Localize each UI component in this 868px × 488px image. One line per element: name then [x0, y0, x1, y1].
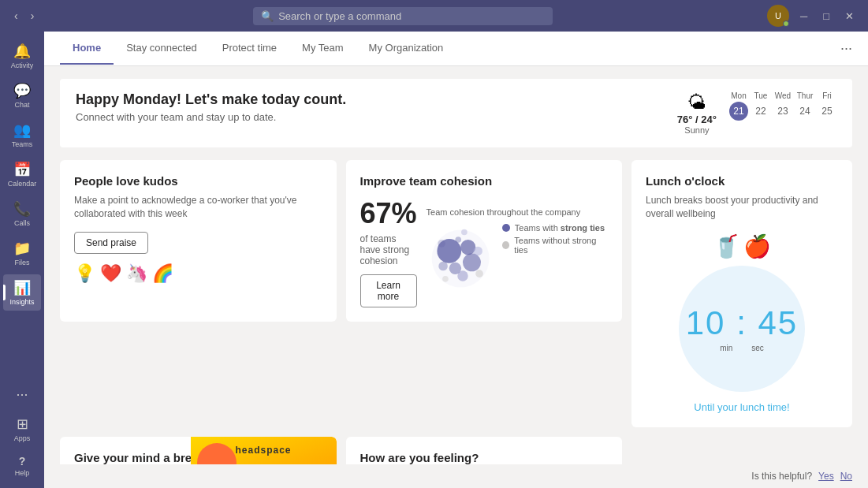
tab-stay-connected[interactable]: Stay connected — [114, 32, 210, 65]
cal-day-fri: Fri 25 — [818, 91, 836, 121]
helpful-text: Is this helpful? — [751, 471, 812, 482]
tab-my-team[interactable]: My Team — [289, 32, 356, 65]
sidebar-item-insights[interactable]: 📊 Insights — [3, 274, 41, 311]
helpful-yes-button[interactable]: Yes — [818, 471, 834, 482]
svg-point-7 — [473, 247, 482, 255]
feeling-title: How are you feeling? — [360, 451, 609, 464]
sidebar-label-apps: Apps — [14, 434, 31, 442]
helpful-footer: Is this helpful? Yes No — [44, 464, 868, 488]
titlebar: ‹ › 🔍 U ─ □ ✕ — [0, 0, 868, 32]
kudos-emoji-unicorn: 🦄 — [126, 263, 147, 284]
sidebar-item-chat[interactable]: 💬 Chat — [3, 77, 41, 114]
svg-point-3 — [463, 253, 481, 271]
sidebar-item-calendar[interactable]: 📅 Calendar — [3, 156, 41, 192]
header-section: Happy Monday! Let's make today count. Co… — [60, 79, 852, 147]
legend-item-weak: Teams without strong ties — [502, 236, 608, 255]
nav-back-button[interactable]: ‹ — [9, 8, 23, 24]
sidebar-label-files: Files — [14, 259, 29, 266]
lunch-icons: 🥤 🍎 — [713, 233, 771, 259]
content-area: Home Stay connected Protect time My Team… — [44, 32, 868, 488]
minimize-button[interactable]: ─ — [795, 9, 812, 24]
lunch-description: Lunch breaks boost your productivity and… — [646, 194, 838, 221]
tab-protect-time[interactable]: Protect time — [210, 32, 289, 65]
legend-dot-weak — [502, 241, 510, 249]
cal-day-num: 23 — [773, 102, 792, 121]
nav-forward-button[interactable]: › — [26, 8, 39, 24]
kudos-emoji-rainbow: 🌈 — [152, 263, 173, 284]
cal-day-num: 25 — [818, 102, 836, 121]
kudos-emojis: 💡 ❤️ 🦄 🌈 — [74, 263, 322, 284]
cohesion-desc: of teams have strong cohesion — [360, 233, 417, 266]
sidebar-item-apps[interactable]: ⊞ Apps — [3, 411, 41, 447]
svg-point-2 — [460, 240, 475, 255]
page-body: Happy Monday! Let's make today count. Co… — [44, 66, 868, 464]
cohesion-percent: 67% — [360, 197, 417, 230]
apps-icon: ⊞ — [17, 415, 28, 433]
lunch-title: Lunch o'clock — [646, 174, 838, 188]
cohesion-left: 67% of teams have strong cohesion Learn … — [360, 194, 417, 307]
svg-point-9 — [455, 237, 461, 243]
kudos-card: People love kudos Make a point to acknow… — [60, 160, 337, 322]
topnav-more-button[interactable]: ··· — [840, 40, 852, 57]
kudos-title: People love kudos — [74, 174, 322, 188]
main-layout: 🔔 Activity 💬 Chat 👥 Teams 📅 Calendar 📞 C… — [0, 32, 868, 488]
kudos-emoji-heart: ❤️ — [100, 263, 121, 284]
tab-home[interactable]: Home — [60, 32, 114, 65]
lunch-timer-area: 🥤 🍎 10 : 45 min sec Until your lunch tim… — [646, 233, 838, 413]
titlebar-right: U ─ □ ✕ — [767, 5, 859, 27]
svg-point-5 — [438, 262, 447, 270]
calendar-widget: Mon 21 Tue 22 Wed 23 Thur — [729, 91, 836, 121]
chat-icon: 💬 — [13, 82, 31, 99]
weather-info: 🌤 76° / 24° Sunny — [677, 91, 717, 135]
sidebar-item-more[interactable]: ··· — [3, 382, 41, 408]
drink-icon: 🥤 — [713, 233, 740, 259]
learn-more-button[interactable]: Learn more — [360, 274, 417, 307]
sidebar-label-activity: Activity — [11, 61, 34, 69]
sidebar-item-files[interactable]: 📁 Files — [3, 235, 41, 271]
timer-display: 10 : 45 — [686, 304, 798, 342]
kudos-description: Make a point to acknowledge a co-worker … — [74, 194, 322, 221]
topnav: Home Stay connected Protect time My Team… — [44, 32, 868, 66]
headspace-illustration: headspace 😌 — [191, 437, 337, 464]
avatar[interactable]: U — [767, 5, 789, 27]
send-praise-button[interactable]: Send praise — [74, 232, 148, 254]
cal-day-name: Wed — [775, 91, 791, 100]
timer-circle: 10 : 45 min sec — [679, 266, 805, 392]
kudos-emoji-bulb: 💡 — [74, 263, 95, 284]
cohesion-title: Improve team cohesion — [360, 174, 609, 188]
cohesion-bubble-chart — [427, 223, 494, 294]
search-input[interactable] — [278, 10, 545, 22]
cal-day-tue: Tue 22 — [751, 91, 770, 121]
close-button[interactable]: ✕ — [840, 9, 859, 24]
cohesion-header-text: Team cohesion throughout the company — [427, 207, 608, 217]
calendar-icon: 📅 — [13, 161, 31, 178]
weather-desc: Sunny — [677, 125, 717, 135]
tab-my-organization[interactable]: My Organization — [356, 32, 456, 65]
top-cards-grid: People love kudos Make a point to acknow… — [60, 160, 852, 427]
timer-labels: min sec — [720, 344, 764, 352]
break-card: Give your mind a break Headspace's scien… — [60, 437, 337, 464]
header-text: Happy Monday! Let's make today count. Co… — [76, 91, 346, 123]
cal-day-name: Thur — [797, 91, 814, 100]
titlebar-left: ‹ › — [9, 8, 39, 24]
cohesion-content: 67% of teams have strong cohesion Learn … — [360, 194, 609, 307]
maximize-button[interactable]: □ — [818, 9, 834, 24]
page-title: Happy Monday! Let's make today count. — [76, 91, 346, 108]
sidebar-label-teams: Teams — [12, 140, 33, 148]
sidebar-item-help[interactable]: ? Help — [3, 450, 41, 482]
titlebar-search-container: 🔍 — [253, 7, 553, 25]
timer-min-label: min — [720, 344, 732, 352]
sidebar-item-teams[interactable]: 👥 Teams — [3, 117, 41, 153]
cal-day-name: Fri — [822, 91, 832, 100]
help-icon: ? — [19, 455, 26, 468]
calls-icon: 📞 — [13, 200, 31, 218]
sidebar-item-calls[interactable]: 📞 Calls — [3, 196, 41, 232]
avatar-status-dot — [783, 20, 789, 27]
cal-day-num: 24 — [795, 102, 814, 121]
legend-label-weak: Teams without strong ties — [514, 236, 608, 255]
files-icon: 📁 — [13, 240, 31, 257]
legend-dot-strong — [502, 224, 510, 232]
helpful-no-button[interactable]: No — [840, 471, 852, 482]
sidebar-item-activity[interactable]: 🔔 Activity — [3, 38, 41, 74]
headspace-circle — [197, 443, 237, 464]
